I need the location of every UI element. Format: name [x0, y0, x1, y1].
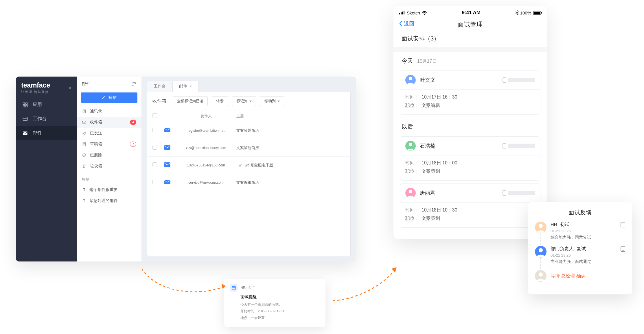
nav-mail[interactable]: 邮件: [16, 126, 77, 140]
from: 13246755134@163.com: [181, 163, 231, 167]
calendar-icon: [230, 284, 238, 292]
mark-as-button[interactable]: 标记为: [232, 96, 256, 106]
mail-sidebar-header: 邮件: [77, 77, 141, 91]
brand-name: teamface: [21, 81, 50, 89]
battery-percent: 100%: [520, 10, 531, 15]
row-checkbox[interactable]: [152, 145, 157, 150]
phone-icon: [503, 143, 506, 149]
trash-icon: [82, 164, 87, 168]
deleted-icon: [82, 153, 87, 157]
folder-deleted[interactable]: 已删除: [77, 150, 141, 161]
folder-contacts[interactable]: 通讯录: [77, 106, 141, 117]
bluetooth-icon: [516, 10, 518, 15]
mark-all-read-button[interactable]: 全部标记为已读: [173, 96, 208, 106]
svg-point-23: [409, 143, 412, 146]
compose-button[interactable]: 写信: [81, 92, 137, 103]
back-button[interactable]: 返回: [399, 20, 414, 27]
flow-arrow: [139, 266, 231, 300]
inbox-badge: 4: [130, 120, 136, 125]
chevron-down-icon: [249, 101, 252, 102]
folder-inbox[interactable]: 收件箱 4: [77, 117, 141, 128]
interview-card[interactable]: 唐丽君 时间：10月18日 10：30 职位：文案策划: [400, 183, 540, 228]
tag-important[interactable]: 这个邮件很重要: [77, 184, 141, 195]
refresh-icon[interactable]: [131, 81, 136, 87]
interview-feedback-card: 面试反馈 HR 初试 01-21 23:26 综合能力强，同意复试 部门负责人 …: [528, 202, 632, 294]
svg-point-27: [539, 272, 543, 277]
tab-mail[interactable]: 邮件 ×: [172, 81, 198, 92]
forward-button[interactable]: 转发: [212, 96, 228, 106]
mail-icon: [164, 146, 170, 151]
workbench-icon: [22, 116, 28, 122]
note-icon[interactable]: [621, 246, 625, 252]
tag-label: 紧急处理的邮件: [89, 198, 118, 203]
tag-urgent[interactable]: 紧急处理的邮件: [77, 195, 141, 206]
feedback-time: 01-21 23:26: [551, 229, 625, 233]
note-icon[interactable]: [621, 222, 625, 227]
drafts-icon: [82, 142, 87, 146]
tab-label: 邮件: [179, 84, 187, 89]
mail-row[interactable]: service@mikecrm.com 文案编辑简历: [147, 174, 350, 191]
folder-drafts[interactable]: 草稿箱 7: [77, 139, 141, 150]
feedback-title: 面试反馈: [535, 209, 625, 216]
tab-workbench[interactable]: 工作台: [147, 81, 172, 92]
svg-rect-2: [23, 105, 25, 107]
row-checkbox[interactable]: [152, 162, 157, 167]
mail-main: 工作台 邮件 × 收件箱 全部标记为已读 转发 标记为 移动到 发件人 主题: [142, 77, 356, 261]
mail-row[interactable]: xsy@edm.xiaoshouyi.com 文案策划简历: [147, 139, 350, 157]
svg-rect-14: [164, 180, 170, 184]
interview-card[interactable]: 石浩楠 时间：10月18日 10：00 职位：文案策划: [400, 136, 540, 181]
phone-icon: [503, 77, 506, 83]
avatar: [535, 270, 547, 282]
feedback-item: 部门负责人 复试 01-21 23:26 专业能力强，面试通过: [535, 246, 625, 270]
avatar: [535, 246, 547, 257]
mobile-interview-app: Sketch 9:41 AM 100% 返回 面试管理 面试安排（3） 今天 1…: [393, 6, 547, 239]
mail-sidebar-title: 邮件: [82, 81, 91, 87]
svg-rect-20: [402, 12, 403, 14]
wifi-icon: [422, 11, 427, 15]
select-all-checkbox[interactable]: [152, 113, 157, 118]
svg-rect-12: [164, 145, 170, 150]
folder-label: 草稿箱: [90, 142, 102, 147]
mail-icon: [22, 130, 28, 136]
phone-chip: [503, 190, 535, 196]
brand: teamface 让管理·简单高效 «: [16, 77, 77, 98]
mail-row[interactable]: register@teambition.net 文案策划简历: [147, 122, 350, 139]
subject: Fw:Fwd:形象照电子版: [231, 163, 345, 168]
folder-trash[interactable]: 垃圾箱: [77, 161, 141, 172]
from: service@mikecrm.com: [181, 181, 231, 185]
email-desktop-app: teamface 让管理·简单高效 « 应用 工作台 邮件 邮件 写信: [16, 77, 356, 261]
avatar: [535, 222, 547, 233]
subject: 文案策划简历: [231, 128, 345, 133]
folder-label: 垃圾箱: [90, 164, 102, 169]
hr-reminder-card: HR小助手 面试提醒 今天有一个策划部的面试。 开始时间：2019-08-09 …: [224, 279, 325, 327]
close-icon[interactable]: ×: [189, 84, 192, 89]
primary-nav: teamface 让管理·简单高效 « 应用 工作台 邮件: [16, 77, 77, 261]
interview-position: 文案策划: [422, 216, 440, 222]
svg-marker-17: [392, 267, 396, 273]
feedback-stage: 复试: [577, 246, 586, 252]
bookmark-icon: [82, 199, 86, 203]
collapse-nav-icon[interactable]: «: [69, 85, 71, 91]
mail-row[interactable]: 13246755134@163.com Fw:Fwd:形象照电子版: [147, 157, 350, 174]
feedback-waiting: 等待 总经理 确认...: [535, 270, 625, 287]
svg-rect-5: [23, 131, 27, 135]
folder-label: 已发送: [90, 131, 102, 136]
apps-icon: [22, 102, 28, 108]
nav-workbench[interactable]: 工作台: [16, 112, 77, 126]
day-heading-later: 以后: [393, 118, 547, 133]
interview-card[interactable]: 叶文文 时间：10月17日 16：30 职位：文案编辑: [400, 70, 540, 115]
row-checkbox[interactable]: [152, 180, 157, 184]
phone-chip: [503, 77, 535, 83]
folder-label: 收件箱: [90, 120, 102, 125]
svg-rect-15: [232, 286, 235, 290]
row-checkbox[interactable]: [152, 128, 157, 132]
folder-sent[interactable]: 已发送: [77, 128, 141, 139]
svg-rect-19: [401, 12, 402, 14]
nav-apps[interactable]: 应用: [16, 98, 77, 112]
svg-point-24: [409, 190, 412, 193]
tag-label: 这个邮件很重要: [89, 187, 118, 192]
nav-label: 应用: [33, 102, 42, 108]
mail-icon: [164, 164, 170, 168]
avatar: [405, 75, 416, 85]
move-to-button[interactable]: 移动到: [260, 96, 284, 106]
